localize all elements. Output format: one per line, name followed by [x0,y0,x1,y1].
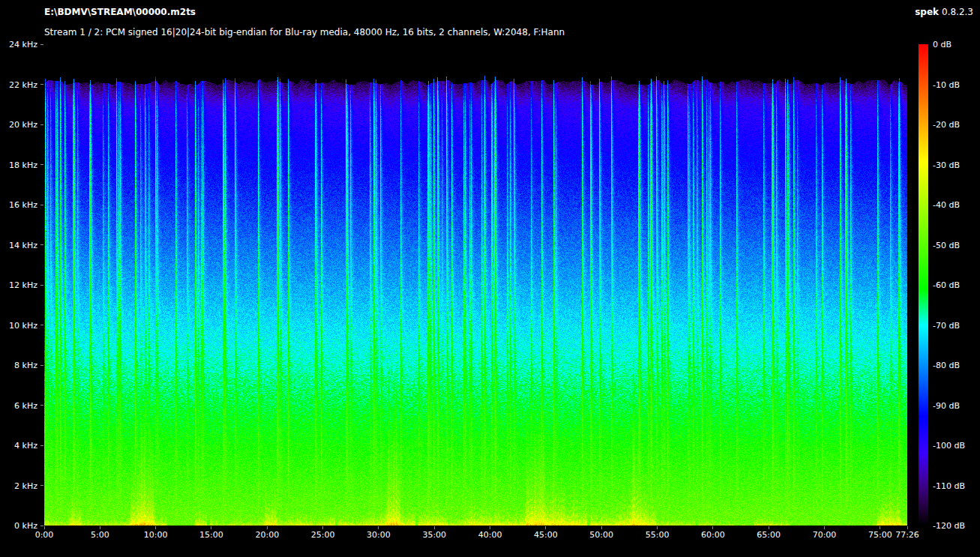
frequency-tick [40,445,43,446]
time-tick-label: 77:26 [895,530,919,540]
time-tick [211,526,211,529]
time-tick-label: 25:00 [311,530,335,540]
time-tick-label: 65:00 [757,530,781,540]
frequency-tick-label: 6 kHz [1,400,37,410]
time-tick [880,526,880,529]
file-path: E:\BDMV\STREAM\00000.m2ts [44,7,196,17]
time-tick-label: 15:00 [199,530,223,540]
time-tick [434,526,435,529]
db-tick-label: -80 dB [933,361,960,370]
db-tick-label: -40 dB [933,200,960,210]
frequency-tick [40,44,43,45]
frequency-tick-label: 4 kHz [1,441,37,451]
spek-window: E:\BDMV\STREAM\00000.m2ts spek0.8.2.3 St… [0,0,980,557]
time-tick [44,526,45,529]
time-tick [490,526,490,529]
frequency-tick-label: 8 kHz [1,361,37,370]
frequency-tick-label: 20 kHz [1,120,37,130]
frequency-tick [40,365,43,366]
time-tick-label: 0:00 [35,530,54,540]
time-tick-label: 75:00 [868,530,892,540]
time-tick-label: 55:00 [646,530,670,540]
db-tick-label: -20 dB [933,120,960,130]
db-tick-label: -50 dB [933,240,960,250]
db-tick-label: -90 dB [933,400,960,410]
time-tick [824,526,825,529]
frequency-tick [40,205,43,205]
time-tick [657,526,658,529]
frequency-tick-label: 10 kHz [1,320,37,330]
legend-gradient-bar [919,44,928,526]
frequency-tick [40,526,43,526]
db-tick-label: 0 dB [933,40,952,49]
time-tick [155,526,156,529]
time-tick-label: 5:00 [91,530,109,540]
frequency-tick-label: 2 kHz [1,481,37,490]
app-name: spek [915,7,939,17]
time-tick-label: 30:00 [367,530,391,540]
frequency-tick-label: 18 kHz [1,160,37,169]
time-tick [907,526,908,529]
frequency-tick-label: 22 kHz [1,79,37,89]
time-tick [545,526,546,529]
time-tick [100,526,100,529]
frequency-tick [40,285,43,286]
db-tick-label: -10 dB [933,79,960,89]
db-tick-label: -110 dB [933,481,965,490]
frequency-tick [40,325,43,325]
frequency-tick-label: 14 kHz [1,240,37,250]
time-tick-label: 10:00 [144,530,168,540]
time-tick [267,526,268,529]
frequency-tick [40,244,43,245]
spectrogram-canvas [44,44,907,526]
frequency-tick [40,124,43,125]
time-tick [601,526,602,529]
time-tick [712,526,713,529]
time-tick-label: 20:00 [255,530,279,540]
frequency-tick [40,164,43,165]
frequency-tick [40,485,43,486]
app-version: 0.8.2.3 [942,7,973,17]
time-tick [322,526,323,529]
frequency-tick-label: 24 kHz [1,40,37,49]
time-tick [769,526,769,529]
time-tick-label: 70:00 [813,530,837,540]
frequency-tick-label: 0 kHz [1,521,37,531]
app-title: spek0.8.2.3 [915,7,973,17]
stream-info: Stream 1 / 2: PCM signed 16|20|24-bit bi… [44,27,565,37]
time-tick-label: 35:00 [422,530,446,540]
db-tick-label: -100 dB [933,441,965,451]
db-tick-label: -60 dB [933,280,960,290]
time-tick-label: 60:00 [701,530,725,540]
time-tick-label: 40:00 [478,530,502,540]
time-tick-label: 45:00 [534,530,558,540]
db-tick-label: -120 dB [933,521,965,531]
frequency-tick [40,84,43,85]
time-tick-label: 50:00 [589,530,613,540]
db-tick-label: -70 dB [933,320,960,330]
frequency-tick-label: 16 kHz [1,200,37,210]
db-tick-label: -30 dB [933,160,960,169]
time-tick [378,526,379,529]
frequency-tick-label: 12 kHz [1,280,37,290]
frequency-tick [40,405,43,406]
